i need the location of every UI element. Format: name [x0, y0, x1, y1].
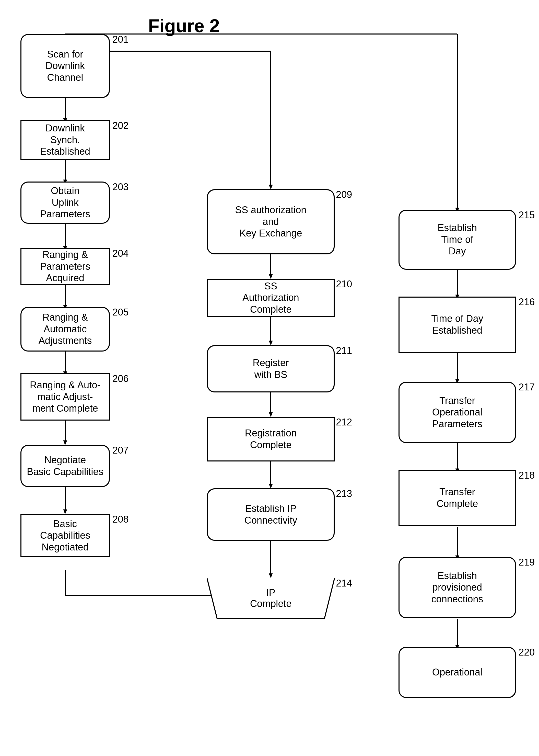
label-217: 217: [518, 382, 535, 393]
label-214: 214: [336, 578, 352, 589]
node-213: Establish IP Connectivity: [207, 488, 335, 541]
node-216: Time of Day Established: [399, 297, 516, 353]
label-204: 204: [113, 248, 128, 259]
svg-marker-13: [63, 510, 67, 514]
node-219: Establish provisioned connections: [399, 557, 516, 618]
node-209: SS authorization and Key Exchange: [207, 189, 335, 254]
node-212: Registration Complete: [207, 417, 335, 461]
svg-marker-11: [63, 440, 67, 445]
label-218: 218: [518, 470, 535, 481]
label-220: 220: [518, 647, 535, 658]
label-205: 205: [113, 307, 128, 318]
svg-marker-25: [269, 274, 272, 279]
label-208: 208: [113, 514, 128, 525]
node-205: Ranging & Automatic Adjustments: [21, 307, 110, 351]
node-214: IPComplete: [207, 578, 335, 619]
node-210: SS Authorization Complete: [207, 279, 335, 317]
svg-marker-33: [269, 573, 272, 578]
node-204: Ranging & Parameters Acquired: [21, 248, 110, 285]
figure-title: Figure 2: [148, 15, 220, 36]
svg-marker-27: [269, 341, 272, 345]
label-215: 215: [518, 210, 535, 221]
svg-marker-16: [269, 185, 272, 189]
node-206: Ranging & Auto- matic Adjust- ment Compl…: [21, 373, 110, 421]
label-219: 219: [518, 557, 535, 568]
label-201: 201: [113, 34, 128, 45]
node-203: Obtain Uplink Parameters: [21, 181, 110, 224]
svg-marker-29: [269, 413, 272, 417]
label-203: 203: [113, 181, 128, 193]
node-201: Scan for Downlink Channel: [21, 34, 110, 98]
label-202: 202: [113, 120, 128, 131]
node-215: Establish Time of Day: [399, 210, 516, 270]
svg-marker-31: [269, 484, 272, 488]
node-207: Negotiate Basic Capabilities: [21, 445, 110, 487]
node-208: Basic Capabilities Negotiated: [21, 514, 110, 557]
node-202: Downlink Synch. Established: [21, 120, 110, 160]
label-211: 211: [336, 345, 352, 356]
label-207: 207: [113, 445, 128, 456]
node-218: Transfer Complete: [399, 470, 516, 526]
label-209: 209: [336, 189, 352, 200]
label-210: 210: [336, 279, 352, 290]
label-206: 206: [113, 373, 128, 384]
label-216: 216: [518, 297, 535, 308]
node-220: Operational: [399, 647, 516, 698]
node-217: Transfer Operational Parameters: [399, 382, 516, 443]
label-212: 212: [336, 417, 352, 428]
node-211: Register with BS: [207, 345, 335, 392]
label-213: 213: [336, 488, 352, 499]
